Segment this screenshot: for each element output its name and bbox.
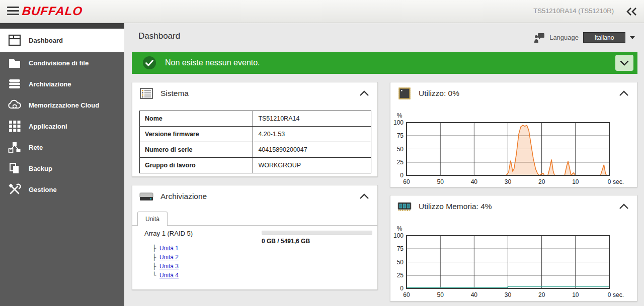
svg-text:10: 10 [572,291,579,298]
sidebar-item-label: Condivisione di file [29,59,89,67]
buffalo-logo: BUFFALO [22,4,84,18]
svg-text:100: 100 [393,232,404,239]
sidebar-item-management[interactable]: Gestione [0,179,124,200]
system-panel: Sistema Nome TS51210RA14Versione firmwar… [132,82,378,177]
tree-branch-glyph: ├ [152,263,159,270]
storage-panel-title: Archiviazione [160,192,207,201]
svg-text:60: 60 [403,178,410,185]
svg-text:40: 40 [471,291,478,298]
svg-text:25: 25 [397,272,404,279]
system-row-label: Versione firmware [140,127,253,142]
cpu-panel-title: Utilizzo: 0% [419,89,459,98]
svg-text:0: 0 [608,178,611,185]
sidebar-item-label: Applicazioni [29,123,67,130]
system-panel-header: Sistema [132,82,377,105]
sidebar-item-label: Gestione [29,186,57,193]
sidebar-item-label: Rete [29,144,43,151]
sidebar-item-dashboard[interactable]: Dashboard [0,29,124,52]
drive-link-2[interactable]: Unità 2 [159,254,179,261]
cpu-usage-chart: 02550751006050403020100%sec. [390,106,638,187]
tree-branch-glyph: ├ [152,254,159,261]
tab-drives[interactable]: Unità [137,212,168,226]
sidebar-item-backup[interactable]: Backup [0,158,124,179]
double-chevron-left-icon[interactable] [625,6,638,18]
system-row-label: Nome [140,111,253,127]
system-panel-title: Sistema [160,89,189,98]
cpu-panel: Utilizzo: 0% 02550751006050403020100%sec… [390,82,637,187]
system-row-value: TS51210RA14 [253,111,371,127]
storage-usage-bar [262,231,372,235]
database-icon [8,77,22,90]
system-table-row: Nome TS51210RA14 [140,111,371,127]
system-table-row: Versione firmware 4.20-1.53 [140,127,371,142]
apps-grid-icon [8,120,22,133]
svg-text:10: 10 [572,178,579,185]
sidebar-item-label: Dashboard [29,37,63,44]
language-select[interactable]: Italiano [583,32,625,43]
memory-collapse-button[interactable] [619,203,629,210]
system-table-row: Numero di serie 40415890200047 [140,142,371,158]
svg-text:75: 75 [397,245,404,252]
storage-usage-label: 0 GB / 5491,6 GB [262,238,310,245]
system-collapse-button[interactable] [359,90,369,97]
svg-text:60: 60 [403,291,410,298]
svg-text:sec.: sec. [613,178,624,185]
language-person-icon [534,33,545,43]
svg-text:0: 0 [400,285,404,292]
storage-panel: Archiviazione Unità Array 1 (RAID 5) 0 G… [132,185,378,290]
svg-text:50: 50 [437,178,444,185]
svg-text:30: 30 [505,178,512,185]
main-content: Dashboard Language Italiano Non esiste n… [124,23,644,306]
svg-text:100: 100 [393,119,404,126]
buffalo-nas-dashboard: BUFFALO TS51210RA14 (TS51210R) Dashboard… [0,0,644,306]
sidebar-item-file-sharing[interactable]: Condivisione di file [0,52,124,73]
svg-text:25: 25 [397,159,404,166]
top-header-bar: BUFFALO TS51210RA14 (TS51210R) [0,0,644,23]
system-table-row: Gruppo di lavoro WORKGROUP [140,158,371,173]
banner-message: Non esiste nessun evento. [165,58,260,67]
event-status-banner: Non esiste nessun evento. [132,52,637,74]
sidebar-item-applications[interactable]: Applicazioni [0,116,124,137]
svg-text:20: 20 [538,178,545,185]
system-row-value: 4.20-1.53 [253,127,371,142]
cpu-panel-header: Utilizzo: 0% [390,82,637,105]
drive-link-3[interactable]: Unità 3 [159,263,179,270]
page-title: Dashboard [138,31,180,41]
drive-tree-row: └ Unità 4 [152,271,179,280]
cpu-collapse-button[interactable] [619,90,629,97]
system-row-label: Numero di serie [140,142,253,158]
ram-module-icon [397,199,412,214]
language-row: Language Italiano [534,32,635,43]
hamburger-menu-icon[interactable] [7,7,19,17]
svg-text:0: 0 [400,172,404,179]
memory-panel-header: Utilizzo Memoria: 4% [390,195,637,218]
network-icon [8,141,22,154]
system-row-value: WORKGROUP [253,158,371,173]
tree-branch-glyph: └ [152,272,159,279]
svg-text:20: 20 [538,291,545,298]
drive-tree: ├ Unità 1├ Unità 2├ Unità 3└ Unità 4 [152,244,179,280]
system-list-icon [139,86,154,100]
dashboard-icon [8,34,22,47]
svg-text:%: % [397,225,403,232]
sidebar-item-cloud-storage[interactable]: Memorizzazione Cloud [0,94,124,116]
storage-collapse-button[interactable] [359,193,369,200]
drive-link-4[interactable]: Unità 4 [159,272,179,279]
language-label: Language [549,34,579,41]
banner-expand-button[interactable] [615,55,633,71]
drive-tree-row: ├ Unità 3 [152,262,179,271]
svg-text:30: 30 [505,291,512,298]
system-row-value: 40415890200047 [253,142,371,158]
memory-usage-chart: 02550751006050403020100%sec. [390,219,638,300]
system-row-label: Gruppo di lavoro [140,158,253,173]
sidebar-item-network[interactable]: Rete [0,137,124,158]
svg-text:0: 0 [608,291,611,298]
language-caret-icon[interactable] [630,36,635,39]
folder-icon [8,56,22,69]
sidebar-item-storage[interactable]: Archiviazione [0,73,124,94]
array-label: Array 1 (RAID 5) [144,230,193,237]
sidebar-item-label: Archiviazione [29,80,71,88]
svg-text:40: 40 [471,178,478,185]
drive-link-1[interactable]: Unità 1 [159,245,179,252]
svg-text:50: 50 [437,291,444,298]
